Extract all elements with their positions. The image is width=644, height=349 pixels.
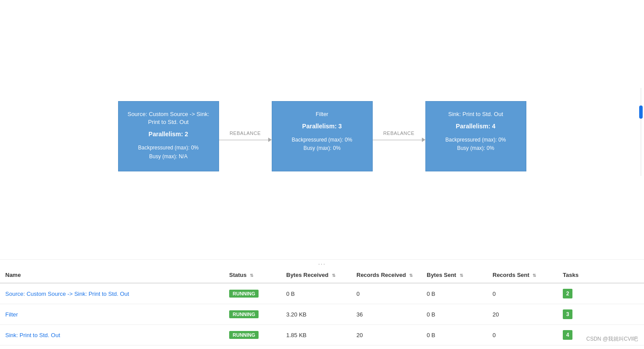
node-sink-stats: Backpressured (max): 0%Busy (max): 0% (445, 136, 506, 153)
row-0-name-link[interactable]: Source: Custom Source -> Sink: Print to … (5, 291, 129, 297)
col-header-status[interactable]: Status ⇅ (224, 267, 281, 283)
diagram-area: Source: Custom Source -> Sink:Print to S… (0, 0, 644, 259)
node-source-stats: Backpressured (max): 0%Busy (max): N/A (138, 144, 198, 160)
row-2-records-received: 20 (351, 325, 421, 345)
row-1-bytes-sent: 0 B (421, 304, 487, 325)
row-1-status-badge: RUNNING (229, 310, 259, 318)
col-header-name: Name (0, 267, 224, 283)
row-1-status: RUNNING (224, 304, 281, 325)
row-0-bytes-received: 0 B (281, 283, 351, 304)
node-sink[interactable]: Sink: Print to Std. Out Parallelism: 4 B… (425, 101, 526, 171)
table-row: Sink: Print to Std. OutRUNNING1.85 KB200… (0, 325, 644, 345)
drag-dots-icon: ··· (318, 260, 326, 267)
node-sink-parallelism: Parallelism: 4 (456, 123, 495, 130)
node-filter-title: Filter (316, 110, 328, 118)
row-2-bytes-received: 1.85 KB (281, 325, 351, 345)
table-header-row: Name Status ⇅ Bytes Received ⇅ Records R… (0, 267, 644, 283)
scrollbar-track (640, 88, 641, 176)
sort-bytes-recv-icon: ⇅ (332, 273, 335, 278)
jobs-table: Name Status ⇅ Bytes Received ⇅ Records R… (0, 267, 644, 345)
node-filter[interactable]: Filter Parallelism: 3 Backpressured (max… (272, 101, 373, 171)
col-header-tasks: Tasks (558, 267, 644, 283)
table-area: Name Status ⇅ Bytes Received ⇅ Records R… (0, 267, 644, 345)
arrow-2-shaft (373, 140, 422, 140)
scrollbar-thumb[interactable] (639, 105, 643, 119)
col-header-bytes-sent[interactable]: Bytes Sent ⇅ (421, 267, 487, 283)
col-header-records-sent[interactable]: Records Sent ⇅ (487, 267, 558, 283)
row-0-status-badge: RUNNING (229, 290, 259, 298)
col-header-records-received[interactable]: Records Received ⇅ (351, 267, 421, 283)
row-2-tasks-badge: 4 (563, 330, 572, 340)
col-header-bytes-received[interactable]: Bytes Received ⇅ (281, 267, 351, 283)
row-2-name[interactable]: Sink: Print to Std. Out (0, 325, 224, 345)
arrow-1-line (219, 138, 272, 142)
node-source-title: Source: Custom Source -> Sink:Print to S… (127, 110, 209, 126)
arrow-1-shaft (219, 140, 268, 140)
row-0-name[interactable]: Source: Custom Source -> Sink: Print to … (0, 283, 224, 304)
vertical-scrollbar[interactable] (640, 88, 641, 176)
node-filter-parallelism: Parallelism: 3 (302, 123, 342, 130)
node-source-parallelism: Parallelism: 2 (148, 131, 188, 138)
flow-container: Source: Custom Source -> Sink:Print to S… (118, 101, 526, 171)
row-0-records-sent: 0 (487, 283, 558, 304)
arrow-2-line (373, 138, 425, 142)
row-2-name-link[interactable]: Sink: Print to Std. Out (5, 332, 60, 338)
row-1-name-link[interactable]: Filter (5, 311, 18, 318)
sort-records-recv-icon: ⇅ (409, 273, 413, 278)
row-2-bytes-sent: 0 B (421, 325, 487, 345)
row-1-records-received: 36 (351, 304, 421, 325)
row-1-bytes-received: 3.20 KB (281, 304, 351, 325)
watermark: CSDN @我就叫CVI吧 (586, 335, 638, 343)
sort-status-icon: ⇅ (250, 273, 253, 278)
arrow-1: REBALANCE (219, 131, 272, 142)
arrow-2: REBALANCE (373, 131, 425, 142)
row-0-tasks-badge: 2 (563, 289, 572, 298)
table-row: Source: Custom Source -> Sink: Print to … (0, 283, 644, 304)
row-1-tasks: 3 (558, 304, 644, 325)
arrow-1-label: REBALANCE (230, 131, 261, 136)
row-0-status: RUNNING (224, 283, 281, 304)
row-0-bytes-sent: 0 B (421, 283, 487, 304)
sort-bytes-sent-icon: ⇅ (460, 273, 463, 278)
row-2-records-sent: 0 (487, 325, 558, 345)
row-1-tasks-badge: 3 (563, 309, 572, 319)
node-filter-stats: Backpressured (max): 0%Busy (max): 0% (291, 136, 352, 153)
arrow-2-head (422, 138, 425, 142)
node-sink-title: Sink: Print to Std. Out (448, 110, 503, 118)
drag-separator[interactable]: ··· (0, 259, 644, 267)
row-2-status: RUNNING (224, 325, 281, 345)
sort-records-sent-icon: ⇅ (532, 273, 536, 278)
table-row: FilterRUNNING3.20 KB360 B203 (0, 304, 644, 325)
arrow-1-head (268, 138, 272, 142)
row-2-status-badge: RUNNING (229, 331, 259, 339)
row-0-tasks: 2 (558, 283, 644, 304)
arrow-2-label: REBALANCE (383, 131, 414, 136)
row-0-records-received: 0 (351, 283, 421, 304)
node-source[interactable]: Source: Custom Source -> Sink:Print to S… (118, 101, 219, 171)
row-1-name[interactable]: Filter (0, 304, 224, 325)
row-1-records-sent: 20 (487, 304, 558, 325)
